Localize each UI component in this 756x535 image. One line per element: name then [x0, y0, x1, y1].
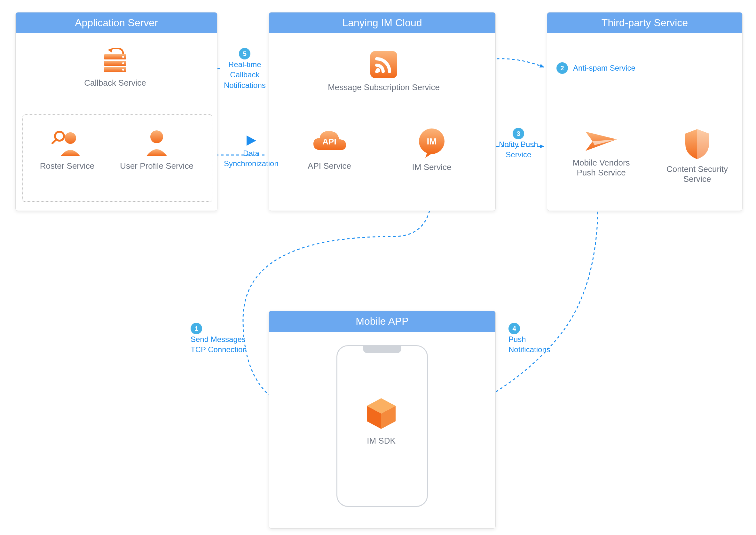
label: User Profile Service: [109, 161, 205, 171]
label: Callback Service: [73, 78, 157, 88]
step-3: 3 Nofity Push Service: [499, 128, 538, 160]
panel-title: Third-party Service: [547, 13, 742, 33]
service-push-vendors: Mobile Vendors Push Service: [556, 128, 646, 178]
step-text: Push Notifications: [509, 335, 550, 354]
svg-point-4: [122, 62, 124, 64]
service-user-profile: User Profile Service: [109, 128, 205, 171]
step-badge: 1: [190, 323, 202, 334]
service-roster: Roster Service: [30, 128, 104, 171]
step-sync: Data Synchronization: [224, 134, 278, 169]
step-badge: 4: [509, 323, 520, 334]
label: API Service: [288, 161, 371, 171]
shield-icon: [683, 128, 712, 160]
step-4: 4 Push Notifications: [509, 323, 550, 355]
step-text: Anti-spam Service: [573, 63, 635, 73]
step-5: 5 Real-time Callback Notifications: [224, 48, 266, 91]
svg-text:API: API: [322, 137, 336, 146]
step-text: Real-time Callback Notifications: [224, 60, 266, 90]
svg-rect-10: [370, 51, 397, 78]
svg-point-3: [122, 56, 124, 58]
step-badge: 3: [513, 128, 524, 139]
svg-point-9: [150, 130, 163, 143]
cube-icon: [363, 396, 399, 432]
step-2: 2 Anti-spam Service: [556, 62, 635, 74]
play-icon: [245, 134, 257, 147]
service-message-subscription: Message Subscription Service: [326, 51, 441, 92]
label: IM Service: [393, 162, 470, 172]
panel-title: Lanying IM Cloud: [269, 13, 495, 33]
svg-point-7: [55, 132, 64, 141]
step-badge: 2: [556, 62, 568, 74]
label: IM SDK: [356, 436, 407, 446]
panel-im-cloud: Lanying IM Cloud: [269, 12, 496, 211]
paper-plane-icon: [584, 128, 619, 154]
step-1: 1 Send Messages TCP Connection: [190, 323, 247, 355]
panel-title: Mobile APP: [269, 311, 495, 332]
label: Roster Service: [30, 161, 104, 171]
rss-icon: [370, 51, 397, 78]
cloud-api-icon: API: [310, 128, 349, 156]
service-content-security: Content Security Service: [659, 128, 736, 184]
chat-bubble-icon: IM: [416, 128, 448, 158]
service-im: IM IM Service: [393, 128, 470, 172]
service-callback: Callback Service: [73, 48, 157, 88]
label: Message Subscription Service: [326, 82, 441, 92]
svg-text:IM: IM: [426, 136, 437, 146]
svg-point-6: [65, 132, 76, 144]
service-im-sdk: IM SDK: [356, 396, 407, 446]
label: Mobile Vendors Push Service: [556, 158, 646, 178]
user-icon: [144, 128, 169, 156]
svg-point-5: [122, 69, 124, 70]
step-text: Send Messages TCP Connection: [190, 335, 247, 354]
step-text: Data Synchronization: [224, 149, 278, 168]
svg-line-8: [52, 140, 56, 143]
svg-point-11: [376, 68, 380, 72]
phone-notch-icon: [363, 346, 401, 353]
user-search-icon: [51, 128, 83, 156]
panel-title: Application Server: [16, 13, 217, 33]
label: Content Security Service: [659, 164, 736, 184]
server-stack-icon: [101, 48, 130, 73]
service-api: API API Service: [288, 128, 371, 171]
step-text: Nofity Push Service: [499, 140, 538, 159]
step-badge: 5: [239, 48, 250, 59]
